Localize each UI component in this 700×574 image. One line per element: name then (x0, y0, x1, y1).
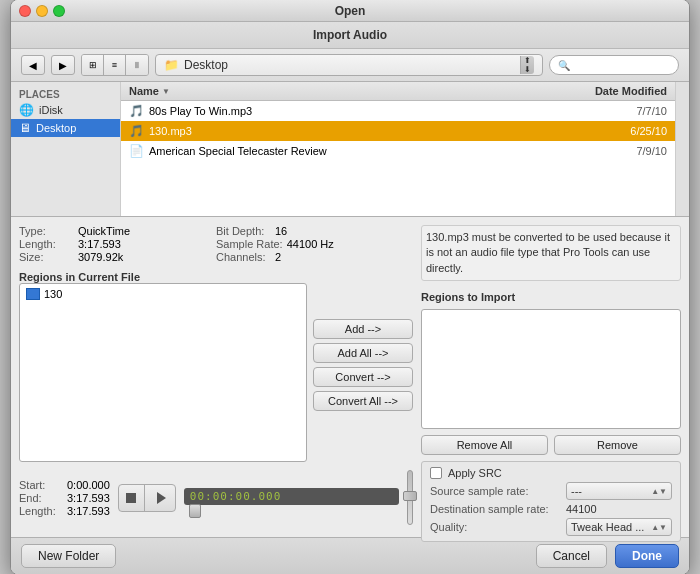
size-row: Size: 3079.92k (19, 251, 216, 263)
region-icon (26, 288, 40, 300)
length-value: 3:17.593 (78, 238, 121, 250)
date-column-header[interactable]: Date Modified (575, 84, 675, 98)
idisk-icon: 🌐 (19, 103, 34, 117)
size-value: 3079.92k (78, 251, 123, 263)
cancel-button[interactable]: Cancel (536, 544, 607, 568)
regions-current-box[interactable]: 130 (19, 283, 307, 462)
location-arrow: ⬆⬇ (520, 56, 534, 74)
search-box[interactable]: 🔍 (549, 55, 679, 75)
info-message: 130.mp3 must be converted to be used bec… (421, 225, 681, 281)
list-item[interactable]: 130 (22, 286, 304, 302)
file-name-cell: 🎵 80s Play To Win.mp3 (121, 103, 575, 119)
left-panel: Type: QuickTime Bit Depth: 16 Length: 3:… (19, 225, 413, 529)
file-name-cell: 📄 American Special Telecaster Review (121, 143, 575, 159)
file-date-cell: 7/9/10 (575, 144, 675, 158)
channels-value: 2 (275, 251, 281, 263)
toolbar: ◀ ▶ ⊞ ≡ ⫴ 📁 Desktop ⬆⬇ 🔍 (11, 49, 689, 82)
regions-current-col: Regions in Current File 130 (19, 267, 307, 462)
list-view-button[interactable]: ≡ (104, 55, 126, 75)
add-all-button[interactable]: Add All --> (313, 343, 413, 363)
file-list-container: Name ▼ Date Modified 🎵 80s Play To Win.m… (121, 82, 675, 216)
channels-row: Channels: 2 (216, 251, 413, 263)
sidebar-item-desktop[interactable]: 🖥 Desktop (11, 119, 120, 137)
done-button[interactable]: Done (615, 544, 679, 568)
size-label: Size: (19, 251, 74, 263)
window-title: Open (335, 4, 366, 18)
source-rate-row: Source sample rate: --- ▲▼ (430, 482, 672, 500)
remove-button[interactable]: Remove (554, 435, 681, 455)
sidebar-item-idisk[interactable]: 🌐 iDisk (11, 101, 120, 119)
maximize-button[interactable] (53, 5, 65, 17)
volume-track[interactable] (407, 470, 413, 525)
timecode-display: 00:00:00.000 (184, 488, 399, 505)
length-row: Length: 3:17.593 (19, 238, 216, 250)
regions-import-box[interactable] (421, 309, 681, 429)
time-info: Start: 0:00.000 End: 3:17.593 Length: 3:… (19, 479, 110, 517)
bottom-right-buttons: Cancel Done (536, 544, 679, 568)
location-dropdown[interactable]: 📁 Desktop ⬆⬇ (155, 54, 543, 76)
sidebar: PLACES 🌐 iDisk 🖥 Desktop (11, 82, 121, 216)
quality-label: Quality: (430, 521, 560, 533)
apply-src-checkbox[interactable] (430, 467, 442, 479)
convert-all-button[interactable]: Convert All --> (313, 391, 413, 411)
length-row: Length: 3:17.593 (19, 505, 110, 517)
sheet-title: Import Audio (313, 28, 387, 42)
quality-select[interactable]: Tweak Head ... ▲▼ (566, 518, 672, 536)
icon-view-button[interactable]: ⊞ (82, 55, 104, 75)
end-label: End: (19, 492, 59, 504)
quality-row: Quality: Tweak Head ... ▲▼ (430, 518, 672, 536)
scrollbar-vertical[interactable] (675, 82, 689, 216)
volume-slider (407, 470, 413, 525)
name-column-header[interactable]: Name ▼ (121, 84, 575, 98)
remove-all-button[interactable]: Remove All (421, 435, 548, 455)
forward-button[interactable]: ▶ (51, 55, 75, 75)
search-icon: 🔍 (558, 60, 570, 71)
end-row: End: 3:17.593 (19, 492, 110, 504)
remove-buttons: Remove All Remove (421, 435, 681, 455)
quality-value: Tweak Head ... (571, 521, 644, 533)
bit-depth-label: Bit Depth: (216, 225, 271, 237)
channels-label: Channels: (216, 251, 271, 263)
dest-rate-row: Destination sample rate: 44100 (430, 503, 672, 515)
file-name-cell: 🎵 130.mp3 (121, 123, 575, 139)
add-button[interactable]: Add --> (313, 319, 413, 339)
file-icon: 🎵 (129, 104, 144, 118)
transport-controls (118, 484, 176, 512)
table-row[interactable]: 📄 American Special Telecaster Review 7/9… (121, 141, 675, 161)
bottom-bar: New Folder Cancel Done (11, 537, 689, 574)
stop-button[interactable] (119, 485, 145, 511)
close-button[interactable] (19, 5, 31, 17)
sample-rate-value: 44100 Hz (287, 238, 334, 250)
folder-icon: 📁 (164, 58, 179, 72)
dest-rate-value: 44100 (566, 503, 597, 515)
transport-length-label: Length: (19, 505, 59, 517)
location-label: Desktop (184, 58, 228, 72)
progress-thumb[interactable] (189, 504, 201, 518)
regions-current-title: Regions in Current File (19, 271, 307, 283)
start-label: Start: (19, 479, 59, 491)
play-button[interactable] (149, 485, 175, 511)
main-content: Type: QuickTime Bit Depth: 16 Length: 3:… (11, 217, 689, 537)
sort-arrow: ▼ (162, 87, 170, 96)
convert-button[interactable]: Convert --> (313, 367, 413, 387)
right-panel: 130.mp3 must be converted to be used bec… (421, 225, 681, 529)
source-rate-select[interactable]: --- ▲▼ (566, 482, 672, 500)
minimize-button[interactable] (36, 5, 48, 17)
length-label: Length: (19, 238, 74, 250)
sidebar-item-label: Desktop (36, 122, 76, 134)
file-browser: PLACES 🌐 iDisk 🖥 Desktop Name ▼ Date Mod… (11, 82, 689, 217)
quality-arrow: ▲▼ (651, 523, 667, 532)
regions-import-title: Regions to Import (421, 291, 681, 303)
new-folder-button[interactable]: New Folder (21, 544, 116, 568)
volume-thumb[interactable] (403, 491, 417, 501)
region-name: 130 (44, 288, 62, 300)
start-value: 0:00.000 (67, 479, 110, 491)
stop-icon (126, 493, 136, 503)
column-view-button[interactable]: ⫴ (126, 55, 148, 75)
back-button[interactable]: ◀ (21, 55, 45, 75)
table-row[interactable]: 🎵 80s Play To Win.mp3 7/7/10 (121, 101, 675, 121)
table-row[interactable]: 🎵 130.mp3 6/25/10 (121, 121, 675, 141)
desktop-icon: 🖥 (19, 121, 31, 135)
sidebar-item-label: iDisk (39, 104, 63, 116)
start-row: Start: 0:00.000 (19, 479, 110, 491)
